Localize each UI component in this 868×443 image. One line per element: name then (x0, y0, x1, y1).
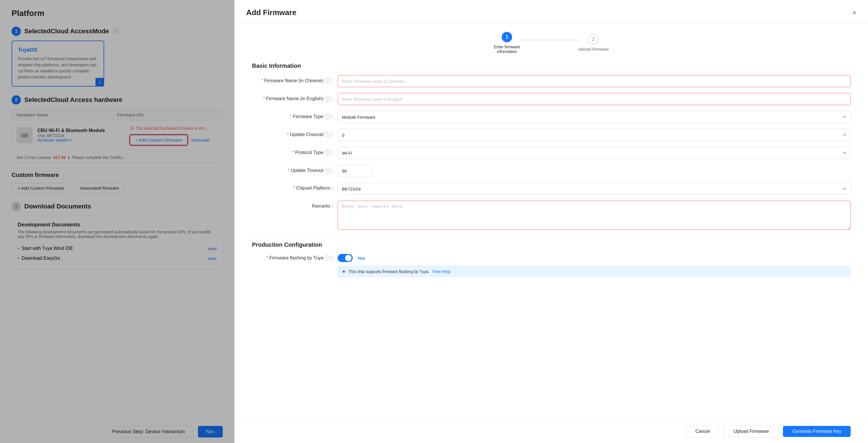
price-text: ¥17.00 (53, 155, 66, 160)
col-hardware-name: Hardware Name (17, 112, 117, 117)
basic-info-header: Basic Information (252, 63, 850, 69)
add-firmware-btn[interactable]: + Add Custom Firmware (130, 135, 187, 145)
step-connector (520, 40, 578, 40)
cert-icon: ℹ (68, 155, 69, 160)
required-star-cn: * (261, 78, 263, 83)
required-star-en: * (263, 96, 265, 101)
label-chipset: *Chipset Platform : (252, 183, 333, 191)
info-icon: ● (342, 268, 345, 274)
label-update-timeout: *Update Timeout ? : (252, 165, 333, 173)
hardware-table: Hardware Name Firmware Info CBU Wi-Fi & … (11, 109, 223, 163)
cancel-button[interactable]: Cancel (686, 425, 720, 437)
step2-header: 2 SelectedCloud Access hardware (11, 95, 223, 105)
label-remarks: Remarks : (252, 201, 333, 209)
col-firmware-info: Firmware Info (117, 112, 218, 117)
input-firmware-name-en[interactable] (338, 93, 850, 105)
download-title: Development Documents (18, 222, 217, 228)
tuya-card[interactable]: TuyaOS Provide rich IoT functional compo… (11, 40, 104, 87)
select-update-channel[interactable]: 0 (338, 129, 850, 141)
upload-firmware-button[interactable]: Upload Firmware (724, 425, 778, 437)
associated-firmware-btn[interactable]: Associated firmware (74, 183, 125, 193)
label-firmware-type: *Firmware Type ? : (252, 111, 333, 120)
bottom-bar: Previous Step: Device Interaction Nex (0, 420, 235, 443)
hardware-details-link[interactable]: Hardware details>> (37, 138, 125, 143)
form-row-name-en: *Firmware Name (in English) ? : (252, 93, 850, 105)
required-star-channel: * (287, 132, 289, 137)
view-help-link[interactable]: View Help (432, 269, 451, 274)
step2-label: SelectedCloud Access hardware (24, 96, 122, 104)
tuya-card-title: TuyaOS (18, 47, 98, 53)
select-firmware-type[interactable]: Module Firmware (338, 111, 850, 123)
form-row-update-channel: *Update Channel ? : 0 (252, 129, 850, 141)
table-header: Hardware Name Firmware Info (12, 110, 222, 120)
flashing-toggle[interactable] (338, 254, 353, 262)
download-section: 3 Download Documents Development Documen… (11, 202, 223, 269)
svg-rect-1 (22, 134, 28, 137)
help-icon-timeout[interactable]: ? (324, 168, 331, 173)
textarea-remarks[interactable] (338, 201, 850, 230)
bullet-1: • (18, 246, 20, 251)
flashing-label: *Firmware flashing by Tuya ? : (252, 255, 333, 261)
flashing-toggle-row: *Firmware flashing by Tuya ? : Yes (252, 254, 850, 262)
download-item-1-label: Start with Tuya Wind IDE (22, 246, 73, 251)
custom-firmware-section: Custom firmware + Add Custom Firmware As… (11, 172, 223, 193)
form-row-name-cn: *Firmware Name (in Chinese) ? : (252, 75, 850, 87)
help-icon-en[interactable]: ? (324, 96, 331, 101)
required-star-flashing: * (267, 255, 268, 260)
toggle-text: Yes (357, 256, 365, 261)
hardware-row: CBU Wi-Fi & Bluetooth Module chip: BK723… (12, 120, 222, 150)
flashing-info-text: This chip supports firmware flashing by … (348, 269, 429, 274)
download-item-2-label: Download EasyGo (22, 256, 60, 261)
next-button[interactable]: Nex (198, 426, 223, 438)
help-icon-protocol[interactable]: ? (324, 150, 331, 155)
associate-btn[interactable]: Associate (191, 138, 210, 143)
modal-close-button[interactable]: × (852, 9, 857, 17)
step1-label: SelectedCloud AccessMode (24, 28, 109, 35)
help-icon-cn[interactable]: ? (324, 78, 331, 84)
help-icon-channel[interactable]: ? (324, 132, 331, 138)
required-star-type: * (290, 114, 292, 119)
download-item-1: •Start with Tuya Wind IDE View (18, 243, 217, 253)
input-update-timeout[interactable] (338, 165, 372, 177)
license-bar: Get 2 Free License ¥17.00 ℹ Please compl… (12, 152, 222, 163)
modal-title: Add Firmware (246, 8, 296, 17)
hardware-info: CBU Wi-Fi & Bluetooth Module chip: BK723… (37, 128, 125, 143)
error-icon: ⊙ (130, 125, 134, 131)
hardware-name: CBU Wi-Fi & Bluetooth Module (37, 128, 125, 133)
step3-label: Download Documents (24, 203, 91, 210)
wizard-step-1: 1 Enter firmwareinformation (494, 32, 520, 54)
check-badge: ✓ (95, 78, 104, 87)
modal-content: Basic Information *Firmware Name (in Chi… (235, 60, 868, 419)
prev-button[interactable]: Previous Step: Device Interaction (103, 425, 193, 438)
add-custom-firmware-btn[interactable]: + Add Custom Firmware (11, 183, 70, 193)
select-protocol-type[interactable]: Wi-Fi (338, 147, 850, 159)
wizard-step-1-circle: 1 (502, 32, 512, 42)
step1-help-icon[interactable]: ? (113, 28, 118, 34)
step1-header: 1 SelectedCloud AccessMode ? (11, 27, 223, 36)
label-protocol-type: *Protocol Type ? : (252, 147, 333, 155)
steps-bar: 1 Enter firmwareinformation 2 Upload Fir… (235, 23, 868, 60)
tuya-card-desc: Provide rich IoT functional components a… (18, 56, 98, 80)
step2-num: 2 (11, 95, 21, 105)
error-text: The selected hardware firmware is em... (136, 126, 208, 130)
form-row-chipset: *Chipset Platform : BK7231N (252, 183, 850, 195)
help-icon-type[interactable]: ? (324, 114, 331, 120)
download-view-2[interactable]: View (208, 256, 217, 261)
modal-header: Add Firmware × (235, 0, 868, 23)
hardware-icon (17, 127, 33, 143)
download-desc: The following development documents are … (18, 230, 217, 239)
license-text: Get 2 Free License (17, 155, 51, 160)
bullet-2: • (18, 256, 20, 261)
section-divider (252, 235, 850, 236)
select-chipset-platform[interactable]: BK7231N (338, 183, 850, 195)
help-icon-flashing[interactable]: ? (324, 255, 331, 261)
required-star-protocol: * (292, 150, 294, 155)
download-view-1[interactable]: View (208, 246, 217, 251)
add-firmware-modal: Add Firmware × 1 Enter firmwareinformati… (235, 0, 868, 443)
input-firmware-name-cn[interactable] (338, 75, 850, 87)
wizard-step-2-circle: 2 (588, 34, 599, 45)
generate-firmware-key-button[interactable]: Generate Firmware Key (783, 426, 850, 437)
wizard-step-2-label: Upload Firmware (578, 47, 609, 52)
hardware-chip: chip: BK7231N (37, 133, 125, 138)
step3-header: 3 Download Documents (11, 202, 223, 211)
